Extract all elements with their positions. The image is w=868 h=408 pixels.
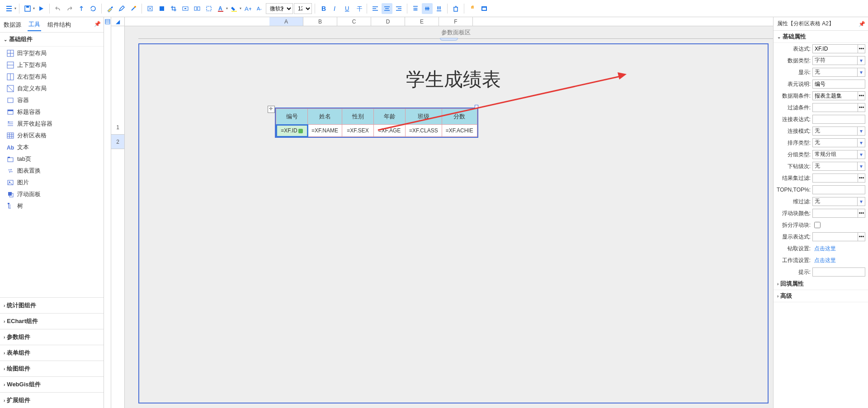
- prop-input[interactable]: [812, 267, 865, 277]
- play-button[interactable]: [36, 3, 47, 14]
- table-header-3[interactable]: 年龄: [374, 109, 406, 125]
- prop-dots-button[interactable]: •••: [858, 174, 865, 183]
- component-item-7[interactable]: 分析区表格: [0, 130, 104, 141]
- collapsed-group-2[interactable]: ›参数组件: [0, 329, 104, 345]
- component-item-0[interactable]: 田字型布局: [0, 47, 104, 59]
- section-fill-props[interactable]: ›回填属性: [774, 278, 868, 290]
- bg-color-button[interactable]: [229, 3, 240, 14]
- window-button[interactable]: [479, 3, 490, 14]
- component-item-2[interactable]: 左右型布局: [0, 71, 104, 83]
- menu-button[interactable]: [4, 3, 14, 14]
- prop-dots-button[interactable]: •••: [858, 44, 865, 53]
- table-cell-2[interactable]: =XF.SEX: [342, 125, 374, 137]
- col-head-C[interactable]: C: [337, 17, 371, 26]
- edit-button[interactable]: [116, 3, 127, 14]
- pin-icon[interactable]: 📌: [94, 21, 101, 27]
- table-header-4[interactable]: 班级: [406, 109, 442, 125]
- col-head-E[interactable]: E: [405, 17, 439, 26]
- col-head-D[interactable]: D: [371, 17, 405, 26]
- prop-select[interactable]: 无: [812, 162, 865, 171]
- component-item-4[interactable]: 容器: [0, 94, 104, 106]
- menu-dropdown-icon[interactable]: ▾: [14, 6, 16, 10]
- export-button[interactable]: [76, 3, 87, 14]
- analysis-table[interactable]: 编号姓名性别年龄班级分数 =XF.ID=XF.NAME=XF.SEX=XF.AG…: [275, 108, 478, 138]
- clear-format-button[interactable]: [145, 3, 156, 14]
- col-head-B[interactable]: B: [303, 17, 337, 26]
- brush-button[interactable]: [104, 3, 115, 14]
- refresh-button[interactable]: [88, 3, 99, 14]
- component-item-12[interactable]: 浮动面板: [0, 188, 104, 200]
- component-item-3[interactable]: 自定义布局: [0, 83, 104, 94]
- row-head-2[interactable]: 2: [111, 135, 124, 149]
- collapsed-group-6[interactable]: ›扩展组件: [0, 392, 104, 408]
- prop-link[interactable]: 点击这里: [812, 245, 836, 253]
- border-button[interactable]: [203, 3, 214, 14]
- properties-pin-icon[interactable]: 📌: [859, 21, 865, 27]
- underline-button[interactable]: U: [341, 3, 352, 14]
- component-item-9[interactable]: tab页: [0, 153, 104, 165]
- col-head-A[interactable]: A: [269, 17, 303, 26]
- font-name-select[interactable]: 微软雅黑: [266, 3, 293, 14]
- prop-input[interactable]: [812, 115, 865, 124]
- section-advanced-props[interactable]: ›高级: [774, 290, 868, 302]
- prop-input[interactable]: [812, 44, 858, 53]
- component-item-13[interactable]: 树: [0, 200, 104, 212]
- save-dropdown-icon[interactable]: ▾: [33, 6, 35, 10]
- italic-button[interactable]: I: [330, 3, 340, 14]
- section-basic-components[interactable]: ⌄基础组件: [0, 33, 104, 47]
- table-header-0[interactable]: 编号: [276, 109, 308, 125]
- font-color-dropdown-icon[interactable]: ▾: [226, 6, 228, 10]
- collapsed-group-4[interactable]: ›绘图组件: [0, 361, 104, 376]
- component-item-5[interactable]: 标题容器: [0, 106, 104, 118]
- table-cell-1[interactable]: =XF.NAME: [308, 125, 342, 137]
- split-button[interactable]: [192, 3, 203, 14]
- design-canvas[interactable]: 学生成绩表 编号姓名性别年龄班级分数 =XF.ID=XF.NAME=XF.SEX…: [138, 43, 769, 403]
- prop-input[interactable]: [812, 232, 858, 241]
- table-header-2[interactable]: 性别: [342, 109, 374, 125]
- table-cell-0[interactable]: =XF.ID: [276, 125, 308, 137]
- bg-color-dropdown-icon[interactable]: ▾: [240, 6, 241, 10]
- prop-select[interactable]: 常规分组: [812, 150, 865, 159]
- select-all-corner[interactable]: ◢: [111, 17, 125, 26]
- prop-select[interactable]: 无: [812, 138, 865, 147]
- valign-bottom-button[interactable]: [434, 3, 444, 14]
- prop-link[interactable]: 点击这里: [812, 257, 836, 264]
- prop-input[interactable]: [812, 209, 858, 218]
- prop-select[interactable]: 无: [812, 68, 865, 77]
- merge-button[interactable]: [180, 3, 191, 14]
- font-size-select[interactable]: 12: [294, 3, 312, 14]
- section-basic-props[interactable]: ⌄基础属性: [774, 31, 868, 43]
- align-center-button[interactable]: [382, 3, 392, 14]
- prop-input[interactable]: [812, 91, 858, 100]
- align-right-button[interactable]: [393, 3, 404, 14]
- save-button[interactable]: [22, 3, 33, 14]
- delete-button[interactable]: [450, 3, 461, 14]
- prop-select[interactable]: 无: [812, 127, 865, 136]
- crop-button[interactable]: [168, 3, 179, 14]
- collapsed-group-0[interactable]: ›统计图组件: [0, 297, 104, 313]
- row-head-1[interactable]: 1: [111, 120, 124, 135]
- prop-input[interactable]: [812, 80, 865, 89]
- font-decrease-button[interactable]: A-: [254, 3, 265, 14]
- component-item-10[interactable]: 图表置换: [0, 165, 104, 177]
- prop-select[interactable]: 无: [812, 197, 865, 206]
- prop-input[interactable]: [812, 185, 865, 194]
- fill-button[interactable]: [156, 3, 167, 14]
- bold-button[interactable]: B: [318, 3, 329, 14]
- font-increase-button[interactable]: A+: [242, 3, 253, 14]
- prop-dots-button[interactable]: •••: [858, 91, 865, 100]
- param-panel-bar[interactable]: 参数面板区: [138, 26, 773, 39]
- col-head-F[interactable]: F: [439, 17, 473, 26]
- tab-structure[interactable]: 组件结构: [47, 19, 72, 31]
- canvas-area[interactable]: 参数面板区 学生成绩表 编号姓名性别年龄班级分数 =XF.ID=XF.NAME=…: [125, 26, 773, 408]
- prop-input[interactable]: [812, 174, 858, 183]
- collapsed-group-3[interactable]: ›表单组件: [0, 345, 104, 361]
- table-cell-5[interactable]: =XF.ACHIE: [442, 125, 477, 137]
- component-item-8[interactable]: Ab文本: [0, 141, 104, 153]
- hand-button[interactable]: [467, 3, 478, 14]
- valign-middle-button[interactable]: [422, 3, 433, 14]
- font-color-button[interactable]: A: [215, 3, 226, 14]
- undo-button[interactable]: [52, 3, 63, 14]
- wand-button[interactable]: [128, 3, 139, 14]
- table-cell-3[interactable]: =XF.AGE: [374, 125, 406, 137]
